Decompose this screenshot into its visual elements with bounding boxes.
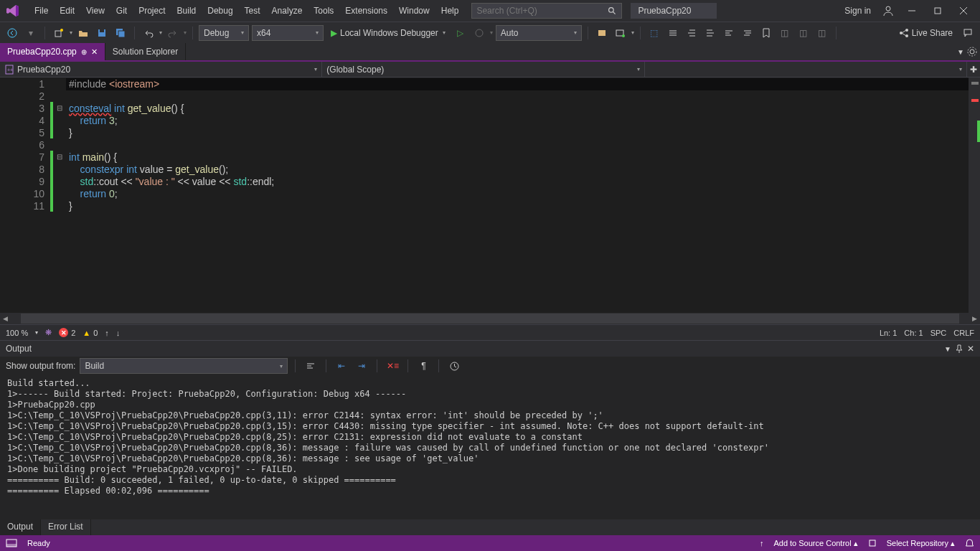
uncomment-button[interactable]	[740, 25, 755, 41]
nav-fwd-button[interactable]: ▾	[23, 25, 39, 41]
save-button[interactable]	[94, 25, 110, 41]
svg-point-0	[609, 7, 614, 12]
search-input[interactable]	[476, 6, 608, 16]
indent-right-button[interactable]	[702, 25, 718, 41]
redo-button[interactable]	[165, 25, 181, 41]
goto-icon[interactable]	[303, 358, 319, 374]
time-icon[interactable]	[446, 358, 462, 374]
bookmark-button[interactable]	[758, 25, 774, 41]
tab-output[interactable]: Output	[0, 519, 41, 535]
source-control-button[interactable]: Add to Source Control ▴	[773, 539, 857, 548]
play-icon: ▶	[331, 28, 337, 38]
tb-icon-4[interactable]	[665, 25, 681, 41]
tb-icon-3[interactable]: ⬚	[646, 25, 662, 41]
svg-rect-15	[598, 30, 606, 36]
output-pane-icon[interactable]	[6, 539, 17, 547]
nav-back-button[interactable]	[4, 25, 20, 41]
wrap-icon[interactable]: ¶	[415, 358, 431, 374]
split-icon[interactable]: ✚	[967, 62, 980, 77]
nav-project-combo[interactable]: ++ PruebaCpp20▾	[0, 62, 322, 77]
bell-icon[interactable]	[965, 538, 974, 548]
signin-button[interactable]: Sign in	[839, 3, 877, 19]
pin-icon[interactable]: ⊕	[81, 48, 87, 56]
tb-icon-a[interactable]: ◫	[777, 25, 793, 41]
nav-member-combo[interactable]: ▾	[645, 62, 967, 77]
menu-view[interactable]: View	[80, 3, 110, 19]
next-msg-icon[interactable]: ⇥	[354, 358, 369, 374]
select-repo-button[interactable]: Select Repository ▴	[887, 539, 955, 548]
indent-left-button[interactable]	[684, 25, 699, 41]
close-tab-icon[interactable]: ✕	[91, 47, 98, 57]
output-text[interactable]: Build started... 1>------ Build started:…	[0, 375, 980, 519]
tb-icon-b[interactable]: ◫	[796, 25, 811, 41]
feedback-icon[interactable]	[960, 25, 976, 41]
auto-combo[interactable]: Auto▾	[496, 25, 582, 41]
menu-debug[interactable]: Debug	[202, 3, 238, 19]
toolbar: ▾ ▾ ▾ ▾ Debug▾ x64▾ ▶ Local Windows Debu…	[0, 22, 980, 43]
menu-help[interactable]: Help	[435, 3, 465, 19]
menu-test[interactable]: Test	[239, 3, 266, 19]
tb-icon-2[interactable]	[613, 25, 628, 41]
comment-button[interactable]	[721, 25, 737, 41]
code-editor[interactable]: 1234567891011 ⊟⊟ #include <iostream>cons…	[0, 77, 980, 313]
solution-name[interactable]: PruebaCpp20	[631, 3, 717, 19]
maximize-button[interactable]	[925, 2, 950, 19]
tb-icon-1[interactable]	[594, 25, 610, 41]
nav-up-icon[interactable]: ↑	[105, 329, 109, 337]
save-all-button[interactable]	[113, 25, 128, 41]
menu-build[interactable]: Build	[171, 3, 202, 19]
liveshare-button[interactable]: Live Share	[895, 27, 957, 39]
eol-mode[interactable]: CRLF	[953, 329, 974, 337]
menu-edit[interactable]: Edit	[54, 3, 80, 19]
minimize-button[interactable]	[900, 2, 924, 19]
new-item-button[interactable]	[51, 25, 67, 41]
start-nodebug-button[interactable]: ▷	[453, 25, 468, 41]
error-count[interactable]: ✕2	[59, 328, 75, 337]
zoom-level[interactable]: 100 %	[6, 329, 28, 337]
clear-icon[interactable]: ✕≡	[385, 358, 400, 374]
tb-icon-c[interactable]: ◫	[814, 25, 830, 41]
overview-ruler[interactable]	[969, 77, 980, 313]
pin-icon[interactable]	[956, 344, 963, 353]
menu-extensions[interactable]: Extensions	[339, 3, 393, 19]
tab-solution-explorer[interactable]: Solution Explorer	[105, 43, 186, 60]
warning-count[interactable]: ▲0	[83, 329, 98, 337]
nav-down-icon[interactable]: ↓	[116, 329, 121, 337]
platform-combo[interactable]: x64▾	[252, 25, 324, 41]
outline-margin[interactable]: ⊟⊟	[53, 77, 66, 313]
h-scrollbar[interactable]: ◀▶	[0, 313, 980, 324]
tab-errorlist[interactable]: Error List	[41, 519, 91, 535]
undo-button[interactable]	[141, 25, 156, 41]
tabstrip: PruebaCpp20.cpp ⊕ ✕ Solution Explorer ▼	[0, 43, 980, 62]
start-debug-button[interactable]: ▶ Local Windows Debugger ▾	[326, 27, 450, 39]
editor-statusbar: 100 % ▾ ❋ ✕2 ▲0 ↑ ↓ Ln: 1 Ch: 1 SPC CRLF	[0, 324, 980, 340]
open-button[interactable]	[75, 25, 91, 41]
svg-point-34	[905, 34, 908, 37]
window-pos-icon[interactable]: ▼	[944, 345, 951, 353]
svg-rect-13	[118, 31, 125, 37]
menu-file[interactable]: File	[29, 3, 54, 19]
config-combo[interactable]: Debug▾	[199, 25, 249, 41]
menu-tools[interactable]: Tools	[308, 3, 339, 19]
tab-file-active[interactable]: PruebaCpp20.cpp ⊕ ✕	[0, 43, 105, 60]
menu-git[interactable]: Git	[110, 3, 133, 19]
code-area[interactable]: #include <iostream>consteval int get_val…	[66, 77, 969, 313]
menu-window[interactable]: Window	[393, 3, 435, 19]
chevron-down-icon[interactable]: ▼	[957, 48, 964, 56]
col-indicator[interactable]: Ch: 1	[904, 329, 923, 337]
output-source-combo[interactable]: Build▾	[80, 358, 288, 374]
health-icon[interactable]: ❋	[45, 328, 52, 337]
line-indicator[interactable]: Ln: 1	[880, 329, 897, 337]
close-button[interactable]	[951, 2, 976, 19]
close-panel-icon[interactable]: ✕	[967, 344, 974, 354]
user-icon[interactable]	[882, 5, 894, 17]
search-box[interactable]	[471, 3, 622, 19]
indent-mode[interactable]: SPC	[930, 329, 947, 337]
svg-rect-49	[870, 540, 875, 546]
stop-button[interactable]	[471, 25, 487, 41]
nav-scope-combo[interactable]: (Global Scope)▾	[322, 62, 644, 77]
menu-analyze[interactable]: Analyze	[266, 3, 308, 19]
menu-project[interactable]: Project	[133, 3, 171, 19]
gear-icon[interactable]	[967, 47, 977, 57]
prev-msg-icon[interactable]: ⇤	[334, 358, 349, 374]
